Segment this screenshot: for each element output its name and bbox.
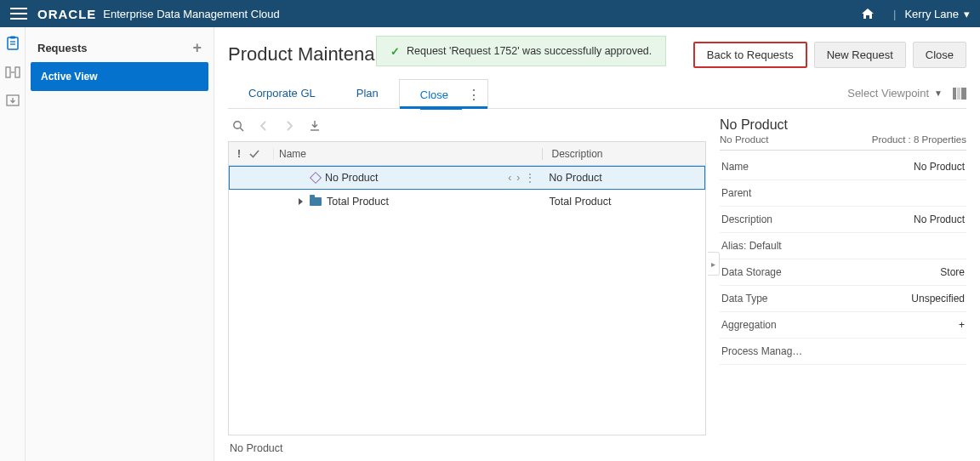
rail-requests-icon[interactable] bbox=[5, 36, 20, 51]
sidebar-item-label: Active View bbox=[41, 71, 97, 83]
tree-grid: ! Name Description N bbox=[228, 141, 706, 435]
properties-subtitle-right: Product : 8 Properties bbox=[872, 134, 966, 145]
svg-rect-8 bbox=[953, 88, 956, 100]
svg-rect-10 bbox=[961, 88, 966, 100]
check-icon: ✓ bbox=[390, 45, 400, 58]
prop-row-process-manag[interactable]: Process Manag… bbox=[720, 339, 966, 365]
expand-icon[interactable] bbox=[299, 198, 303, 205]
top-bar: ORACLE Enterprise Data Management Cloud … bbox=[0, 0, 980, 27]
tab-menu-icon[interactable]: ⋮ bbox=[467, 87, 481, 103]
row-menu-icon[interactable]: ⋮ bbox=[525, 172, 535, 184]
col-check-icon bbox=[249, 150, 273, 158]
tab-close-container: Close ⋮ bbox=[399, 79, 488, 109]
close-button[interactable]: Close bbox=[913, 42, 966, 68]
download-icon[interactable] bbox=[308, 119, 322, 133]
brand-name: Enterprise Data Management Cloud bbox=[103, 8, 279, 20]
brand-logo: ORACLE bbox=[37, 7, 96, 21]
col-description: Description bbox=[542, 148, 705, 160]
prop-row-name[interactable]: Name No Product bbox=[720, 154, 966, 180]
notification-text: Request 'Request 1752' was successfully … bbox=[407, 45, 652, 57]
tree-row-total-product[interactable]: Total Product Total Product bbox=[229, 190, 705, 213]
new-request-button[interactable]: New Request bbox=[814, 42, 906, 68]
prev-icon[interactable] bbox=[257, 119, 271, 133]
node-description: No Product bbox=[540, 172, 704, 184]
properties-subtitle-left: No Product bbox=[720, 134, 769, 145]
search-icon[interactable] bbox=[231, 119, 245, 133]
properties-panel: ▸ No Product No Product Product : 8 Prop… bbox=[720, 116, 966, 461]
rail-download-icon[interactable] bbox=[5, 94, 20, 109]
menu-icon[interactable] bbox=[10, 8, 27, 20]
select-viewpoint[interactable]: Select Viewpoint ▼ bbox=[847, 87, 943, 100]
properties-title: No Product bbox=[720, 116, 966, 133]
add-request-icon[interactable]: + bbox=[192, 39, 202, 57]
caret-down-icon: ▼ bbox=[934, 88, 943, 98]
row-next-icon[interactable]: › bbox=[516, 172, 520, 184]
panel-expand-handle[interactable]: ▸ bbox=[708, 252, 720, 276]
svg-rect-9 bbox=[957, 88, 960, 100]
status-line: No Product bbox=[228, 435, 706, 461]
user-menu[interactable]: Kerry Lane ▾ bbox=[904, 8, 970, 20]
prop-row-parent[interactable]: Parent bbox=[720, 180, 966, 207]
prop-row-alias-default[interactable]: Alias: Default bbox=[720, 233, 966, 259]
prop-row-description[interactable]: Description No Product bbox=[720, 207, 966, 233]
svg-point-11 bbox=[234, 122, 241, 128]
diamond-icon bbox=[311, 174, 320, 182]
separator: | bbox=[893, 8, 896, 20]
col-name: Name bbox=[273, 148, 542, 160]
caret-down-icon: ▾ bbox=[964, 8, 970, 20]
node-name: No Product bbox=[325, 172, 379, 184]
prop-row-data-storage[interactable]: Data Storage Store bbox=[720, 259, 966, 286]
user-name: Kerry Lane bbox=[904, 8, 959, 20]
tab-corporate-gl[interactable]: Corporate GL bbox=[228, 78, 336, 108]
col-flag: ! bbox=[229, 148, 249, 160]
tab-plan[interactable]: Plan bbox=[336, 78, 399, 108]
grid-header: ! Name Description bbox=[229, 142, 705, 166]
tree-row-no-product[interactable]: No Product ‹ › ⋮ No Product bbox=[229, 166, 705, 190]
home-icon[interactable] bbox=[861, 8, 875, 20]
svg-rect-5 bbox=[15, 67, 20, 77]
next-icon[interactable] bbox=[282, 119, 296, 133]
sidebar-title: Requests bbox=[37, 42, 88, 54]
rail-compare-icon[interactable] bbox=[5, 65, 20, 80]
tab-close[interactable]: Close bbox=[420, 80, 462, 109]
prop-row-aggregation[interactable]: Aggregation + bbox=[720, 312, 966, 339]
sidebar: Requests + Active View bbox=[26, 27, 214, 461]
main: Product Maintenance ✓ Request 'Request 1… bbox=[214, 27, 980, 461]
folder-icon bbox=[310, 197, 322, 206]
back-to-requests-button[interactable]: Back to Requests bbox=[693, 42, 807, 68]
row-prev-icon[interactable]: ‹ bbox=[508, 172, 511, 184]
left-rail bbox=[0, 27, 26, 461]
node-description: Total Product bbox=[541, 196, 705, 208]
svg-rect-0 bbox=[8, 37, 18, 49]
svg-line-12 bbox=[240, 128, 243, 131]
tab-row: Corporate GL Plan Close ⋮ Select Viewpoi… bbox=[228, 78, 966, 109]
sidebar-item-active-view[interactable]: Active View bbox=[31, 62, 208, 91]
select-viewpoint-label: Select Viewpoint bbox=[847, 87, 929, 100]
layout-icon[interactable] bbox=[953, 88, 966, 100]
notification-banner: ✓ Request 'Request 1752' was successfull… bbox=[376, 36, 666, 66]
sidebar-header: Requests + bbox=[31, 34, 208, 62]
svg-rect-4 bbox=[6, 67, 10, 77]
svg-rect-1 bbox=[10, 37, 15, 39]
grid-toolbar bbox=[228, 116, 706, 141]
prop-row-data-type[interactable]: Data Type Unspecified bbox=[720, 286, 966, 312]
node-name: Total Product bbox=[327, 196, 389, 208]
